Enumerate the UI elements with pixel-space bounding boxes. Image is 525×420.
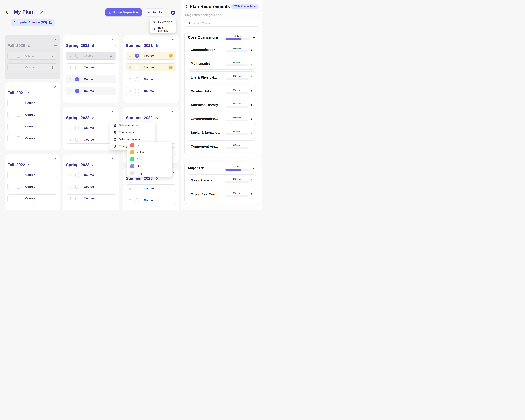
edit-title-button[interactable] <box>40 10 44 14</box>
collapse-button[interactable] <box>112 110 115 114</box>
drag-handle-icon[interactable] <box>69 78 71 81</box>
drag-handle-icon[interactable] <box>10 66 13 69</box>
course-checkbox[interactable] <box>17 125 20 128</box>
menu-item-clear-courses[interactable]: Clear courses <box>111 129 155 136</box>
drag-handle-icon[interactable] <box>69 185 71 188</box>
semester-menu-button[interactable] <box>54 91 57 95</box>
drag-handle-icon[interactable] <box>69 90 71 92</box>
course-checkbox[interactable] <box>135 187 139 190</box>
search-input[interactable] <box>193 22 257 25</box>
semester-menu-button[interactable] <box>54 44 57 48</box>
course-checkbox[interactable] <box>17 185 20 189</box>
course-checkbox[interactable] <box>17 101 20 105</box>
course-checkbox[interactable] <box>75 66 79 69</box>
settings-button[interactable] <box>170 10 176 16</box>
semester-menu-button[interactable] <box>54 163 57 167</box>
course-row[interactable]: Course <box>66 194 116 202</box>
semester-menu-button[interactable] <box>112 116 116 120</box>
course-row[interactable]: Course <box>66 52 116 60</box>
drag-handle-icon[interactable] <box>129 90 131 92</box>
course-row[interactable]: Course <box>126 75 176 83</box>
color-option-green[interactable]: Green <box>127 156 172 162</box>
requirement-item-major-preparation[interactable]: Major Prepara... 0/9 done <box>188 174 256 186</box>
requirement-item-communication[interactable]: Communication 0/9 done <box>188 44 256 56</box>
menu-item-edit-semester[interactable]: Edit semester <box>150 26 176 33</box>
drag-handle-icon[interactable] <box>129 78 131 81</box>
course-row[interactable]: Course <box>7 111 57 119</box>
course-row[interactable]: Course <box>126 196 176 204</box>
course-row[interactable]: Course <box>66 75 116 83</box>
course-row[interactable]: Course <box>126 184 176 192</box>
course-checkbox[interactable] <box>17 113 20 117</box>
requirement-item-american-history[interactable]: American History 0/9 done <box>188 99 256 111</box>
drag-handle-icon[interactable] <box>69 66 71 69</box>
collapse-button[interactable] <box>53 157 56 161</box>
requirement-item-creative-arts[interactable]: Creative Arts 0/9 done <box>188 85 256 97</box>
collapse-button[interactable] <box>53 85 56 89</box>
course-row[interactable]: Course <box>7 123 57 131</box>
course-checkbox[interactable] <box>75 138 79 142</box>
semester-menu-button[interactable] <box>172 177 176 180</box>
drag-handle-icon[interactable] <box>69 197 71 200</box>
requirement-item-major-core[interactable]: Major Core Cou... 0/9 done <box>188 188 256 200</box>
course-checkbox[interactable] <box>17 136 20 140</box>
drag-handle-icon[interactable] <box>69 126 71 129</box>
section-collapse-button[interactable] <box>252 36 256 39</box>
collapse-button[interactable] <box>171 110 175 114</box>
drag-handle-icon[interactable] <box>10 185 13 188</box>
course-row[interactable]: Course <box>66 183 116 191</box>
course-checkbox[interactable] <box>135 89 139 93</box>
course-checkbox[interactable] <box>75 126 79 130</box>
course-row[interactable]: Course ! <box>126 63 176 71</box>
drag-handle-icon[interactable] <box>69 173 71 176</box>
course-checkbox-checked[interactable] <box>135 54 139 57</box>
section-collapse-button[interactable] <box>252 166 256 170</box>
course-row[interactable]: Course <box>7 194 57 202</box>
course-row[interactable]: Course <box>7 63 57 71</box>
drag-handle-icon[interactable] <box>129 66 131 69</box>
color-option-blue[interactable]: Blue <box>127 162 172 170</box>
course-row[interactable]: Course <box>66 171 116 179</box>
semester-menu-button[interactable] <box>172 44 176 48</box>
drag-handle-icon[interactable] <box>10 102 13 105</box>
course-checkbox[interactable] <box>75 185 79 189</box>
color-option-yellow[interactable]: Yellow <box>127 149 172 156</box>
drag-handle-icon[interactable] <box>10 125 13 128</box>
course-checkbox[interactable] <box>75 54 79 57</box>
color-option-red[interactable]: Red <box>127 142 172 149</box>
sort-by-button[interactable]: Sort By <box>145 9 164 16</box>
drag-handle-icon[interactable] <box>69 54 71 57</box>
course-checkbox[interactable] <box>135 77 139 81</box>
drag-handle-icon[interactable] <box>10 197 13 200</box>
course-row[interactable]: Course <box>7 183 57 191</box>
drag-handle-icon[interactable] <box>69 138 71 141</box>
drag-handle-icon[interactable] <box>10 54 13 57</box>
course-row[interactable]: Course <box>7 134 57 142</box>
drag-handle-icon[interactable] <box>129 187 131 190</box>
course-row[interactable]: Course ! <box>126 52 176 60</box>
course-checkbox[interactable] <box>135 66 139 69</box>
requirement-item-social-behavioral[interactable]: Social & Behavio... 0/9 done <box>188 127 256 139</box>
drag-handle-icon[interactable] <box>10 113 13 116</box>
course-checkbox[interactable] <box>17 54 20 57</box>
course-row[interactable]: Course <box>66 124 116 132</box>
menu-item-delete-semester[interactable]: Delete semester <box>111 122 155 129</box>
requirement-item-mathematics[interactable]: Mathematics 0/9 done <box>188 57 256 70</box>
course-row[interactable]: Course <box>66 63 116 71</box>
collapse-button[interactable] <box>112 157 115 161</box>
course-checkbox[interactable] <box>17 66 20 69</box>
course-row[interactable]: Course <box>66 87 116 95</box>
drag-handle-icon[interactable] <box>10 137 13 140</box>
back-button[interactable] <box>5 10 10 15</box>
search-box[interactable] <box>185 20 259 27</box>
course-checkbox[interactable] <box>17 173 20 177</box>
course-row[interactable]: Course <box>126 87 176 95</box>
requirement-item-life-physical[interactable]: Life & Physical... 0/9 done <box>188 71 256 83</box>
drag-handle-icon[interactable] <box>129 199 131 202</box>
course-row[interactable]: Course <box>7 52 57 60</box>
semester-menu-button[interactable] <box>112 44 116 48</box>
sidebar-collapse-button[interactable] <box>185 5 188 8</box>
course-checkbox[interactable] <box>75 173 79 177</box>
collapse-button[interactable] <box>53 38 56 41</box>
drag-handle-icon[interactable] <box>10 173 13 176</box>
